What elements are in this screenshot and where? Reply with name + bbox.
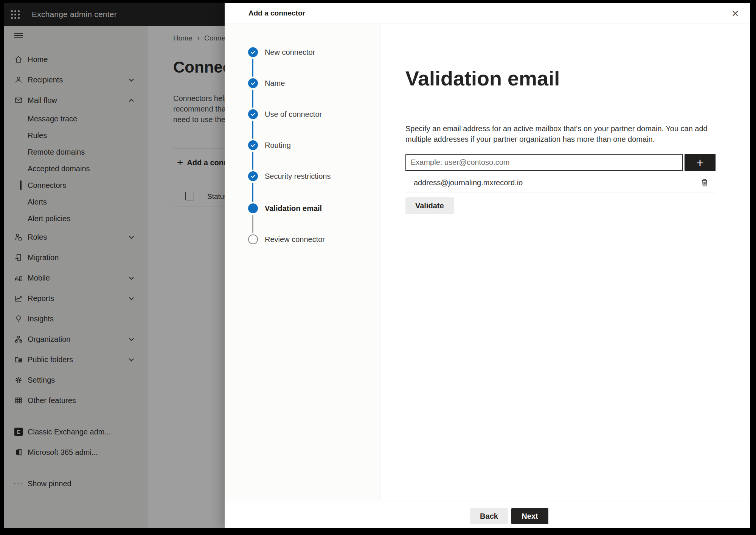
check-icon bbox=[251, 49, 255, 54]
step-label: Validation email bbox=[265, 204, 322, 213]
step-complete-icon bbox=[248, 78, 258, 88]
check-icon bbox=[251, 111, 255, 116]
step-connector-line bbox=[252, 59, 253, 77]
panel-title: Add a connector bbox=[248, 9, 305, 17]
wizard-step-new-connector[interactable]: New connector bbox=[248, 47, 747, 57]
step-complete-icon bbox=[248, 171, 258, 181]
wizard-rail bbox=[225, 23, 380, 500]
panel-header: Add a connector × bbox=[225, 3, 750, 23]
step-label: Name bbox=[265, 79, 285, 88]
step-connector-line bbox=[252, 215, 253, 233]
step-label: Routing bbox=[265, 141, 291, 150]
close-button[interactable]: × bbox=[727, 5, 743, 21]
app-window: Exchange admin center Home Recipients Ma… bbox=[4, 3, 750, 528]
step-complete-icon bbox=[248, 140, 258, 150]
check-icon bbox=[251, 80, 255, 85]
step-heading: Validation email bbox=[405, 67, 560, 90]
step-connector-line bbox=[252, 183, 253, 202]
wizard-step-validation-email[interactable]: Validation email bbox=[248, 203, 747, 214]
wizard-step-review-connector[interactable]: Review connector bbox=[248, 234, 747, 245]
divider bbox=[405, 192, 716, 192]
step-label: Review connector bbox=[265, 235, 325, 244]
back-button[interactable]: Back bbox=[470, 508, 508, 524]
close-icon: × bbox=[732, 6, 739, 20]
check-icon bbox=[251, 173, 255, 178]
step-connector-line bbox=[252, 121, 253, 139]
step-label: Use of connector bbox=[265, 110, 322, 119]
modal-scrim bbox=[4, 3, 225, 528]
plus-icon: + bbox=[696, 156, 704, 169]
address-text: address@journaling.mxrecord.io bbox=[414, 178, 523, 187]
step-upcoming-icon bbox=[248, 234, 258, 244]
trash-icon bbox=[700, 178, 709, 188]
step-connector-line bbox=[252, 152, 253, 170]
validation-email-input[interactable] bbox=[405, 154, 683, 171]
wizard-step-use-of-connector[interactable]: Use of connector bbox=[248, 109, 747, 119]
email-input-row: + bbox=[405, 154, 716, 171]
step-label: New connector bbox=[265, 48, 315, 57]
step-connector-line bbox=[252, 90, 253, 108]
next-button[interactable]: Next bbox=[511, 508, 548, 524]
check-icon bbox=[251, 142, 255, 147]
step-current-icon bbox=[248, 203, 258, 213]
add-connector-panel: Add a connector × New connector Name Use… bbox=[225, 3, 750, 528]
step-complete-icon bbox=[248, 109, 258, 119]
delete-address-button[interactable] bbox=[698, 176, 711, 189]
step-label: Security restrictions bbox=[265, 172, 331, 181]
step-description: Specify an email address for an active m… bbox=[405, 123, 708, 144]
address-list-item: address@journaling.mxrecord.io bbox=[405, 174, 716, 191]
validate-button[interactable]: Validate bbox=[405, 197, 454, 214]
screenshot-frame: Exchange admin center Home Recipients Ma… bbox=[0, 0, 756, 535]
step-complete-icon bbox=[248, 47, 258, 57]
panel-footer: Back Next bbox=[225, 501, 750, 528]
add-address-button[interactable]: + bbox=[685, 154, 716, 171]
